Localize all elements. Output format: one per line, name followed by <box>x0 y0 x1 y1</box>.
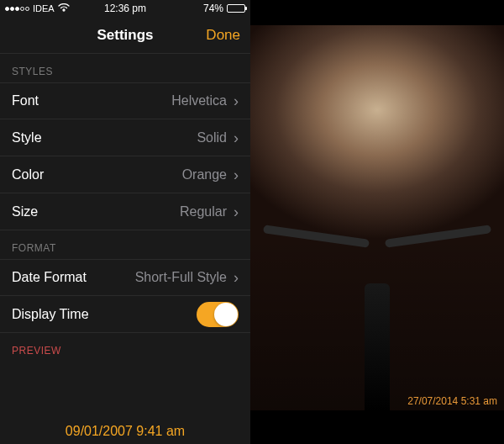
row-label: Date Format <box>12 270 87 285</box>
display-time-toggle[interactable] <box>197 302 239 327</box>
settings-pane: IDEA 12:36 pm 74% Settings Done STYLES F… <box>0 0 250 444</box>
row-value: Solid <box>197 130 227 145</box>
row-value: Orange <box>182 167 227 182</box>
row-date-format[interactable]: Date Format Short-Full Style › <box>0 259 250 296</box>
row-label: Size <box>12 204 38 219</box>
section-header-styles: STYLES <box>0 54 250 82</box>
row-color[interactable]: Color Orange › <box>0 156 250 193</box>
chevron-right-icon: › <box>234 93 239 108</box>
battery-pct: 74% <box>203 3 223 14</box>
photo-timestamp: 27/07/2014 5:31 am <box>407 395 497 407</box>
section-header-format: FORMAT <box>0 230 250 259</box>
row-font[interactable]: Font Helvetica › <box>0 82 250 119</box>
row-label: Color <box>12 167 44 182</box>
page-title: Settings <box>97 27 153 44</box>
section-header-preview: PREVIEW <box>0 333 250 362</box>
preview-timestamp: 09/01/2007 9:41 am <box>66 424 185 439</box>
row-value: Regular <box>180 204 227 219</box>
row-label: Font <box>12 93 39 108</box>
preview-area: 09/01/2007 9:41 am <box>0 362 250 444</box>
row-value: Short-Full Style <box>135 270 227 285</box>
row-style[interactable]: Style Solid › <box>0 119 250 156</box>
photo <box>250 25 504 410</box>
row-size[interactable]: Size Regular › <box>0 193 250 230</box>
wifi-icon <box>58 3 70 14</box>
row-display-time: Display Time <box>0 296 250 333</box>
bicycle-silhouette <box>250 198 504 410</box>
row-label: Display Time <box>12 307 89 322</box>
signal-icon <box>5 7 29 11</box>
row-value: Helvetica <box>171 93 227 108</box>
chevron-right-icon: › <box>234 270 239 285</box>
clock: 12:36 pm <box>104 3 146 14</box>
row-label: Style <box>12 130 42 145</box>
chevron-right-icon: › <box>234 204 239 219</box>
battery-icon <box>227 4 245 13</box>
done-button[interactable]: Done <box>206 27 240 44</box>
nav-bar: Settings Done <box>0 17 250 54</box>
carrier-label: IDEA <box>33 3 55 13</box>
chevron-right-icon: › <box>234 130 239 145</box>
status-bar: IDEA 12:36 pm 74% <box>0 0 250 17</box>
photo-pane: 27/07/2014 5:31 am <box>250 0 504 444</box>
chevron-right-icon: › <box>234 167 239 182</box>
